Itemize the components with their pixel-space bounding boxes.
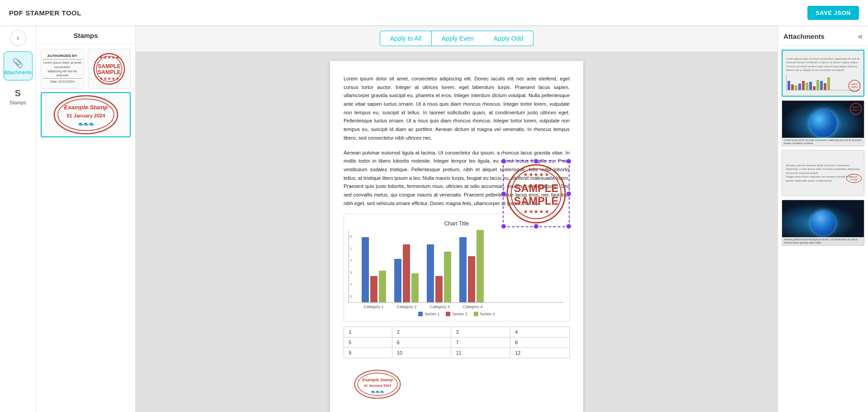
sidebar-item-attachments-label: Attachments xyxy=(4,70,32,75)
bar-c1-s2 xyxy=(370,276,377,302)
attachment-item-2[interactable]: SAMPLE SAMPLE Lorem ipsum dolor sit amet… xyxy=(782,100,864,146)
app-title: PDF STAMPER TOOL xyxy=(9,9,81,17)
legend-series1: Series 1 xyxy=(418,312,439,316)
svg-text:SAMPLE: SAMPLE xyxy=(851,84,858,85)
attachment-preview-2: SAMPLE SAMPLE Lorem ipsum dolor sit amet… xyxy=(782,101,864,146)
svg-text:★ ★ ★ ★ ★: ★ ★ ★ ★ ★ xyxy=(524,209,549,214)
handle-br[interactable] xyxy=(566,224,571,229)
pdf-scroll[interactable]: Lorem ipsum dolor sit amet, consectetur … xyxy=(136,52,778,412)
bar-c2-s3 xyxy=(411,273,419,302)
table-row-1: 1 2 3 4 xyxy=(344,327,570,337)
right-panel: Attachments « Lorem ipsum dolor sit amet… xyxy=(778,25,868,412)
svg-text:SAMPLE: SAMPLE xyxy=(852,106,860,108)
bar-c2-s1 xyxy=(394,259,401,302)
bar-c3-s1 xyxy=(427,244,434,302)
apply-all-button[interactable]: Apply to All xyxy=(380,31,432,46)
attachment-preview-3: Aenean pulvinar euismod ligula at lacini… xyxy=(782,150,864,196)
svg-text:SAMPLE: SAMPLE xyxy=(98,63,121,69)
cell-3-3: 11 xyxy=(451,348,510,358)
cell-2-1: 5 xyxy=(344,337,392,348)
apply-toolbar: Apply to All Apply Even Apply Odd xyxy=(136,25,778,52)
legend-dot-1 xyxy=(418,312,423,316)
legend-series3: Series 3 xyxy=(474,312,495,316)
chart-group-1 xyxy=(362,237,386,302)
cell-1-2: 2 xyxy=(392,327,451,337)
stamp-overlay[interactable]: ★ ★ ★ ★ ★ SAMPLE SAMPLE ★ ★ ★ ★ ★ xyxy=(503,160,570,227)
svg-text:SAMPLE: SAMPLE xyxy=(851,86,858,88)
attachment-item-3[interactable]: Aenean pulvinar euismod ligula at lacini… xyxy=(782,150,864,196)
chart-legend: Series 1 Series 2 Series 3 xyxy=(349,312,565,316)
y-axis-labels: 543210 xyxy=(350,230,352,302)
svg-text:★ ★ ★ ★ ★: ★ ★ ★ ★ ★ xyxy=(99,76,119,80)
cell-2-2: 6 xyxy=(392,337,451,348)
cat-label-2: Category 2 xyxy=(394,304,419,309)
stamps-panel: Stamps AUTHORIZED BY Lorem ipsum dolor s… xyxy=(36,25,136,412)
attachment-item-4[interactable]: Aenean pulvinar euismod ligula at lacini… xyxy=(782,200,864,246)
attachment-item-1[interactable]: Lorem ipsum dolor sit amet consectetur a… xyxy=(782,50,864,97)
data-table: 1 2 3 4 5 6 7 8 9 10 xyxy=(344,327,570,358)
sidebar-toggle-button[interactable]: › xyxy=(10,30,26,46)
apply-odd-button[interactable]: Apply Odd xyxy=(484,31,533,46)
bar-c4-s1 xyxy=(459,237,467,302)
svg-text:★ ★ ★ ★ ★: ★ ★ ★ ★ ★ xyxy=(99,56,119,60)
handle-tr[interactable] xyxy=(566,159,571,164)
bar-c2-s2 xyxy=(403,244,410,302)
stamp-thumb-3[interactable]: Example Stamp 01 January 2024 🐟🐟🐟 xyxy=(41,92,131,137)
chart-group-2 xyxy=(394,244,419,302)
close-panel-button[interactable]: « xyxy=(858,32,863,41)
apply-even-button[interactable]: Apply Even xyxy=(432,31,484,46)
legend-label-2: Series 2 xyxy=(452,312,467,316)
cat-label-4: Category 4 xyxy=(460,304,485,309)
sidebar-item-stamps-label: Stamps xyxy=(9,100,26,105)
attachment-preview-4: Aenean pulvinar euismod ligula at lacini… xyxy=(782,200,864,245)
svg-text:🐟🐟🐟: 🐟🐟🐟 xyxy=(78,121,94,127)
svg-text:Example Stamp: Example Stamp xyxy=(64,104,108,111)
cell-2-4: 8 xyxy=(510,337,570,348)
cat-label-1: Category 1 xyxy=(361,304,386,309)
chart-group-3 xyxy=(427,244,451,302)
stamp-thumb-1[interactable]: AUTHORIZED BY Lorem ipsum dolor sit amet… xyxy=(41,49,84,89)
handle-mr[interactable] xyxy=(566,192,571,196)
legend-label-3: Series 3 xyxy=(480,312,495,316)
cell-3-2: 10 xyxy=(392,348,451,358)
handle-bl[interactable] xyxy=(501,224,506,229)
legend-series2: Series 2 xyxy=(446,312,467,316)
svg-text:01 January 2024: 01 January 2024 xyxy=(364,384,392,388)
handle-tm[interactable] xyxy=(534,159,538,164)
handle-ml[interactable] xyxy=(501,192,506,196)
cell-1-4: 4 xyxy=(510,327,570,337)
chart-group-4 xyxy=(459,230,484,302)
bar-c1-s1 xyxy=(362,237,369,302)
legend-dot-2 xyxy=(446,312,450,316)
stamp-thumb-2[interactable]: ★ ★ ★ ★ ★ SAMPLE SAMPLE ★ ★ ★ ★ ★ xyxy=(88,49,131,89)
svg-text:SAMPLE: SAMPLE xyxy=(514,195,559,207)
svg-text:Example: Example xyxy=(851,176,858,178)
save-json-button[interactable]: SAVE JSON xyxy=(807,6,859,20)
cell-3-4: 12 xyxy=(510,348,570,358)
svg-text:SAMPLE: SAMPLE xyxy=(852,109,860,111)
chart-container: Chart Title 543210 xyxy=(344,214,570,321)
bar-c3-s3 xyxy=(444,252,451,302)
cell-1-1: 1 xyxy=(344,327,392,337)
svg-text:SAMPLE: SAMPLE xyxy=(514,183,559,194)
cat-label-3: Category 3 xyxy=(427,304,452,309)
sidebar-item-attachments[interactable]: 📎 Attachments xyxy=(4,52,33,80)
handle-bm[interactable] xyxy=(534,224,538,229)
content-area: Apply to All Apply Even Apply Odd Lorem … xyxy=(136,25,778,412)
svg-text:01 January 2024: 01 January 2024 xyxy=(66,113,105,118)
attachment-list: Lorem ipsum dolor sit amet consectetur a… xyxy=(778,46,868,412)
attachment-preview-1: Lorem ipsum dolor sit amet consectetur a… xyxy=(783,51,863,96)
stamps-panel-title: Stamps xyxy=(36,25,135,44)
left-sidebar: › 📎 Attachments S Stamps xyxy=(0,25,36,412)
svg-text:★ ★ ★ ★ ★: ★ ★ ★ ★ ★ xyxy=(524,172,549,177)
legend-label-1: Series 1 xyxy=(425,312,439,316)
stamps-icon: S xyxy=(15,88,21,98)
bar-c1-s3 xyxy=(379,271,386,302)
bar-c3-s2 xyxy=(435,276,443,302)
svg-text:SAMPLE: SAMPLE xyxy=(98,69,121,75)
attachments-icon: 📎 xyxy=(12,57,24,68)
handle-tl[interactable] xyxy=(501,159,506,164)
stamps-grid: AUTHORIZED BY Lorem ipsum dolor sit amet… xyxy=(36,44,135,142)
sidebar-item-stamps[interactable]: S Stamps xyxy=(4,82,33,111)
body-text-1: Lorem ipsum dolor sit amet, consectetur … xyxy=(344,75,570,142)
